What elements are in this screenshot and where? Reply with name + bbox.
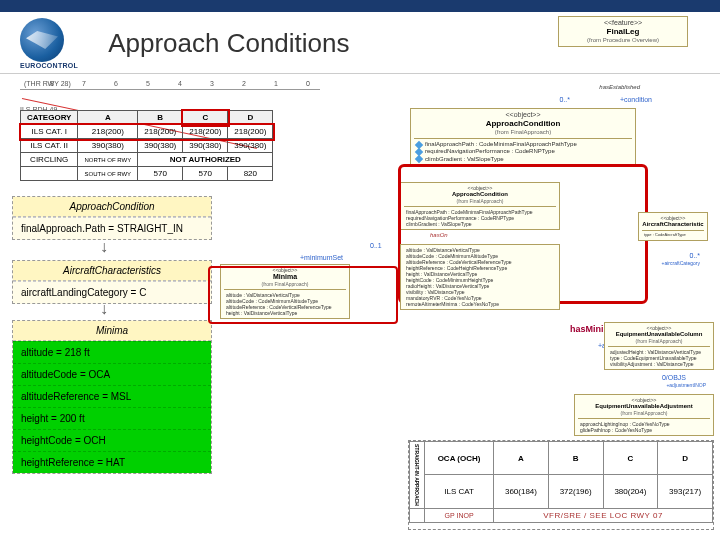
- thr-rwy-label: (THR RWY 28): [24, 80, 71, 87]
- uml-equip-unavail: <<object>> EquipmentUnavailableAdjustmen…: [574, 394, 714, 436]
- role-label: +adjustmentINOP: [666, 382, 706, 388]
- table-row: STRAIGHT-IN APPROACH OCA (OCH) A B C D: [410, 442, 713, 475]
- minima-row: height = 200 ft: [13, 407, 211, 429]
- cat-b: B: [138, 111, 183, 125]
- box-title: ApproachCondition: [13, 197, 211, 217]
- side-label: STRAIGHT-IN APPROACH: [410, 442, 425, 509]
- uml-minima-detail: altitude : ValDistanceVerticalType altit…: [400, 244, 560, 310]
- minima-box: Minima altitude = 218 ft altitudeCode = …: [12, 320, 212, 474]
- multiplicity: 0..1: [370, 242, 382, 249]
- role-label: +condition: [620, 96, 652, 103]
- uml-attr: requiredNavigationPerformance : CodeRNPT…: [414, 148, 632, 155]
- role-label: +aircraftCategory: [662, 260, 701, 266]
- approach-condition-box: ApproachCondition finalApproach.Path = S…: [12, 196, 212, 240]
- table-row: ILS CAT. I 218(200) 218(200) 218(200) 21…: [21, 125, 273, 139]
- association-label: hasEstablished: [599, 84, 640, 90]
- multiplicity: 0..*: [689, 252, 700, 259]
- diamond-icon: [415, 155, 423, 163]
- eurocontrol-logo-icon: [20, 18, 64, 62]
- association-label: hasOn: [430, 232, 448, 238]
- arrow-down-icon: ↓: [100, 238, 108, 256]
- box-value: aircraftLandingCategory = C: [13, 281, 211, 303]
- arrow-down-icon: ↓: [100, 300, 108, 318]
- minima-row: altitudeReference = MSL: [13, 385, 211, 407]
- uml-attr: climbGradient : ValSlopeType: [414, 156, 632, 163]
- red-highlight-box-small: [208, 266, 398, 324]
- content-area: (THR RWY 28) 876543210 ILS RDH 49 CATEGO…: [0, 74, 720, 534]
- role-label: +minimumSet: [300, 254, 343, 261]
- uml-aircraft-small: <<object>> AircraftCharacteristic type :…: [638, 212, 708, 241]
- aircraft-characteristics-box: AircraftCharacteristics aircraftLandingC…: [12, 260, 212, 304]
- minima-row: altitudeCode = OCA: [13, 363, 211, 385]
- multiplicity: 0/OBJS: [662, 374, 686, 381]
- uml-attr: finalApproachPath : CodeMinimaFinalAppro…: [414, 141, 632, 148]
- table-row: ILS CAT 360(184) 372(196) 380(204) 393(2…: [410, 475, 713, 508]
- cat-d: D: [228, 111, 273, 125]
- cat-a: A: [78, 111, 138, 125]
- approach-plate: STRAIGHT-IN APPROACH OCA (OCH) A B C D I…: [408, 440, 714, 530]
- table-row: ILS CAT. II 390(380) 390(380) 390(380) 3…: [21, 139, 273, 153]
- logo-label: EUROCONTROL: [20, 62, 78, 69]
- minima-row: heightCode = OCH: [13, 429, 211, 451]
- uml-equip-column: <<object>> EquipmentUnavailableColumn (f…: [604, 322, 714, 370]
- box-title: AircraftCharacteristics: [13, 261, 211, 281]
- table-row: CIRCLING NORTH OF RWY NOT AUTHORIZED: [21, 153, 273, 167]
- box-value: finalApproach.Path = STRAIGHT_IN: [13, 217, 211, 239]
- logo-block: EUROCONTROL: [20, 18, 78, 69]
- cat-header: CATEGORY: [21, 111, 78, 125]
- uml-finalleg: <<feature>> FinalLeg (from Procedure Ove…: [558, 16, 688, 47]
- minima-row: heightReference = HAT: [13, 451, 211, 473]
- table-row: SOUTH OF RWY 570 570 820: [21, 167, 273, 181]
- approach-chart: (THR RWY 28) 876543210 ILS RDH 49 CATEGO…: [20, 80, 320, 190]
- category-table: CATEGORY A B C D ILS CAT. I 218(200) 218…: [20, 110, 273, 181]
- uml-approach-condition: <<object>> ApproachCondition (from Final…: [410, 108, 636, 166]
- table-row: GP INOP VFR/SRE / SEE LOC RWY 07: [410, 508, 713, 522]
- multiplicity: 0..*: [559, 96, 570, 103]
- top-accent-bar: [0, 0, 720, 12]
- cat-c: C: [183, 111, 228, 125]
- box-title: Minima: [13, 321, 211, 341]
- table-row: CATEGORY A B C D: [21, 111, 273, 125]
- minima-row: altitude = 218 ft: [13, 341, 211, 363]
- page-title: Approach Conditions: [108, 28, 349, 59]
